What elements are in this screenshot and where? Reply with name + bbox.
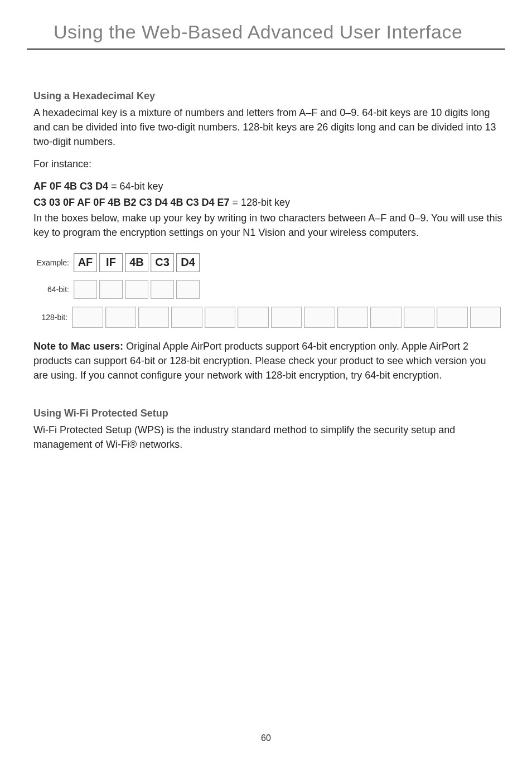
key-64-rest: = 64-bit key [108,181,163,192]
wps-heading: Using Wi-Fi Protected Setup [33,406,503,420]
hex-heading: Using a Hexadecimal Key [33,89,503,103]
example-label: Example: [33,257,74,268]
body-content: Using a Hexadecimal Key A hexadecimal ke… [0,50,532,452]
box-128-9[interactable] [370,307,401,328]
page-title-bar: Using the Web-Based Advanced User Interf… [27,0,505,50]
example-box-3: C3 [151,253,174,272]
box-128-1[interactable] [105,307,136,328]
box-128-4[interactable] [205,307,235,328]
key-64-bold: AF 0F 4B C3 D4 [33,181,108,192]
label-128bit: 128-bit: [33,312,72,323]
key-line-64: AF 0F 4B C3 D4 = 64-bit key [33,179,503,193]
key-boxes-area: Example: AF IF 4B C3 D4 64-bit: 128-bit: [33,253,503,328]
example-box-0: AF [74,253,97,272]
key-128-rest: = 128-bit key [229,197,290,208]
example-box-1: IF [99,253,123,272]
hex-para-2: For instance: [33,157,503,171]
box-128-0[interactable] [72,307,103,328]
spacer [33,390,503,406]
key-128-bold: C3 03 0F AF 0F 4B B2 C3 D4 4B C3 D4 E7 [33,197,229,208]
page-title: Using the Web-Based Advanced User Interf… [54,21,478,43]
box-128-8[interactable] [337,307,368,328]
example-row: Example: AF IF 4B C3 D4 [33,253,503,272]
label-64bit: 64-bit: [33,284,74,295]
box-128-3[interactable] [171,307,202,328]
box-128-7[interactable] [304,307,335,328]
box-128-12[interactable] [470,307,501,328]
box-64-2[interactable] [125,280,148,299]
box-128-6[interactable] [271,307,302,328]
hex-para-1: A hexadecimal key is a mixture of number… [33,105,503,149]
example-box-4: D4 [176,253,200,272]
page-number: 60 [0,733,532,743]
row-128bit: 128-bit: [33,307,503,328]
key-line-128: C3 03 0F AF 0F 4B B2 C3 D4 4B C3 D4 E7 =… [33,195,503,210]
hex-para-3: In the boxes below, make up your key by … [33,211,503,240]
box-128-11[interactable] [437,307,467,328]
wps-para: Wi-Fi Protected Setup (WPS) is the indus… [33,423,503,452]
box-64-0[interactable] [74,280,97,299]
box-128-2[interactable] [138,307,169,328]
box-64-1[interactable] [99,280,123,299]
box-64-3[interactable] [151,280,174,299]
mac-note-prefix: Note to Mac users: [33,341,123,352]
box-128-10[interactable] [404,307,434,328]
mac-note: Note to Mac users: Original Apple AirPor… [33,339,503,383]
example-box-2: 4B [125,253,148,272]
box-64-4[interactable] [176,280,200,299]
box-128-5[interactable] [238,307,268,328]
row-64bit: 64-bit: [33,280,503,299]
